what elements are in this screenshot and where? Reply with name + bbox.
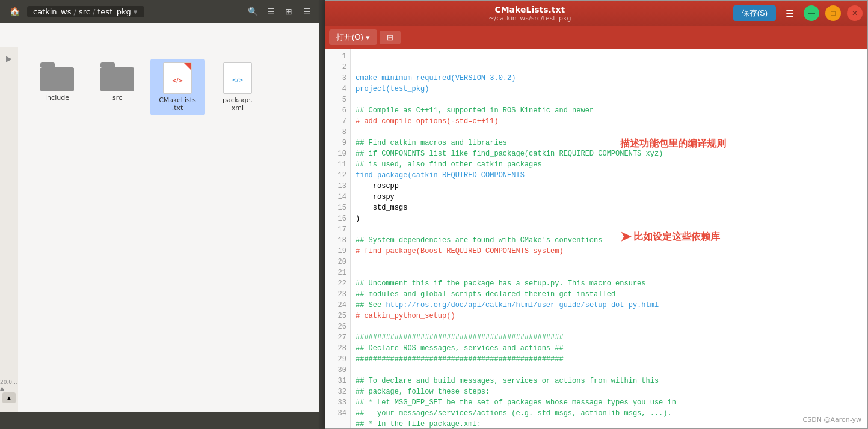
open-label: 打开(O) — [336, 32, 363, 43]
code-line-30: ## package, follow these steps: — [356, 386, 863, 397]
code-line-12: rospy — [356, 192, 863, 202]
line-number-14: 14 — [325, 192, 350, 202]
line-number-3: 3 — [325, 73, 350, 84]
maximize-button[interactable]: □ — [825, 5, 841, 21]
breadcrumb-catkin[interactable]: catkin_ws — [33, 7, 72, 16]
folder-icon-include — [40, 62, 74, 91]
line-numbers: 1234567891011121314151617181920212223242… — [325, 49, 351, 428]
line-number-24: 24 — [325, 300, 350, 311]
line-number-25: 25 — [325, 311, 350, 321]
code-line-23: # catkin_python_setup() — [356, 311, 863, 321]
open-dropdown-icon: ▾ — [366, 33, 370, 42]
home-button[interactable]: 🏠 — [5, 4, 25, 19]
code-line-32: ## your messages/services/actions (e.g. … — [356, 408, 863, 419]
code-line-4: ## Compile as C++11, supported in ROS Ki… — [356, 105, 863, 116]
editor-title-area: CMakeLists.txt ~/catkin_ws/src/test_pkg — [330, 5, 730, 22]
save-button[interactable]: 保存(S) — [733, 5, 776, 21]
editor-titlebar: CMakeLists.txt ~/catkin_ws/src/test_pkg … — [325, 1, 867, 26]
code-line-8: ## if COMPONENTS list like find_package(… — [356, 148, 863, 159]
folder-body — [40, 67, 74, 91]
code-line-24 — [356, 321, 863, 332]
editor-body: 1234567891011121314151617181920212223242… — [325, 49, 867, 428]
code-line-25: ########################################… — [356, 332, 863, 343]
breadcrumb-test-pkg[interactable]: test_pkg — [97, 7, 131, 16]
xml-file-icon: </> — [223, 62, 252, 94]
file-item-include[interactable]: include — [30, 59, 84, 115]
line-number-6: 6 — [325, 105, 350, 116]
line-number-15: 15 — [325, 202, 350, 213]
menu-button[interactable]: ☰ — [782, 5, 798, 21]
code-line-14: ) — [356, 213, 863, 224]
line-number-34: 34 — [325, 408, 350, 419]
code-line-27: ########################################… — [356, 354, 863, 365]
breadcrumb-sep2: / — [93, 7, 95, 16]
code-line-11: roscpp — [356, 181, 863, 192]
code-line-16: ## System dependencies are found with CM… — [356, 235, 863, 246]
code-content[interactable]: cmake_minimum_required(VERSION 3.0.2)pro… — [351, 49, 867, 428]
scroll-up-button[interactable]: ▲ — [2, 392, 16, 403]
editor-filepath: ~/catkin_ws/src/test_pkg — [488, 14, 571, 22]
code-line-29: ## To declare and build messages, servic… — [356, 376, 863, 386]
code-line-7: ## Find catkin macros and libraries — [356, 138, 863, 148]
line-number-4: 4 — [325, 84, 350, 94]
folder-tab — [40, 62, 55, 67]
line-number-16: 16 — [325, 213, 350, 224]
line-number-18: 18 — [325, 235, 350, 246]
line-number-27: 27 — [325, 332, 350, 343]
file-label-include: include — [45, 94, 69, 102]
folder-body-src — [100, 67, 134, 91]
cmake-file-corner — [184, 63, 191, 70]
line-number-20: 20 — [325, 257, 350, 267]
list-view-button[interactable]: ☰ — [263, 4, 278, 19]
file-item-package-xml[interactable]: </> package.xml — [211, 59, 265, 115]
code-line-18 — [356, 257, 863, 267]
line-number-5: 5 — [325, 94, 350, 105]
line-number-17: 17 — [325, 224, 350, 235]
line-number-23: 23 — [325, 289, 350, 300]
code-line-9: ## is used, also find other catkin packa… — [356, 159, 863, 170]
view-options-button[interactable]: ⊞ — [282, 4, 296, 19]
folder-tab-src — [100, 62, 115, 67]
cmake-file-type-label: </> — [172, 78, 183, 84]
line-number-30: 30 — [325, 365, 350, 376]
breadcrumb-sep1: / — [74, 7, 76, 16]
breadcrumb-dropdown-icon: ▾ — [134, 7, 138, 16]
code-line-28 — [356, 365, 863, 376]
file-item-src[interactable]: src — [90, 59, 144, 115]
line-number-12: 12 — [325, 170, 350, 181]
sidebar-item-1[interactable]: ▶ — [2, 52, 16, 65]
breadcrumb-src[interactable]: src — [79, 7, 90, 16]
code-line-21: ## modules and global scripts declared t… — [356, 289, 863, 300]
files-grid: include src </> CMakeLists.txt </> packa… — [18, 47, 319, 429]
pin-button[interactable]: ⊞ — [380, 31, 401, 44]
close-button[interactable]: ✕ — [847, 5, 863, 21]
file-manager-statusbar — [0, 412, 319, 429]
editor-toolbar: 打开(O) ▾ ⊞ — [325, 26, 867, 49]
minimize-button[interactable]: — — [804, 5, 819, 21]
code-line-31: ## * Let MSG_DEP_SET be the set of packa… — [356, 397, 863, 408]
scroll-indicator: 20.0... ▲ ▲ — [0, 370, 18, 412]
folder-icon-src — [100, 62, 134, 91]
code-line-19 — [356, 267, 863, 278]
line-number-13: 13 — [325, 181, 350, 192]
code-line-1: cmake_minimum_required(VERSION 3.0.2) — [356, 73, 863, 84]
file-manager: 🏠 catkin_ws / src / test_pkg ▾ 🔍 ☰ ⊞ ☰ ▶… — [0, 0, 319, 429]
grid-button[interactable]: ☰ — [300, 4, 314, 19]
open-button[interactable]: 打开(O) ▾ — [329, 29, 377, 45]
cmake-file-icon: </> — [163, 62, 192, 94]
code-line-5: # add_compile_options(-std=c++11) — [356, 116, 863, 127]
breadcrumb[interactable]: catkin_ws / src / test_pkg ▾ — [27, 6, 144, 17]
line-number-2: 2 — [325, 62, 350, 73]
editor-filename: CMakeLists.txt — [494, 5, 565, 14]
text-editor: CMakeLists.txt ~/catkin_ws/src/test_pkg … — [325, 0, 868, 429]
line-number-31: 31 — [325, 376, 350, 386]
search-button[interactable]: 🔍 — [245, 4, 260, 19]
code-line-13: std_msgs — [356, 202, 863, 213]
file-item-cmake[interactable]: </> CMakeLists.txt — [150, 59, 205, 115]
code-line-10: find_package(catkin REQUIRED COMPONENTS — [356, 170, 863, 181]
line-number-33: 33 — [325, 397, 350, 408]
watermark: CSDN @Aaron-yw — [803, 416, 861, 424]
line-number-11: 11 — [325, 159, 350, 170]
line-number-26: 26 — [325, 321, 350, 332]
code-line-6 — [356, 127, 863, 138]
